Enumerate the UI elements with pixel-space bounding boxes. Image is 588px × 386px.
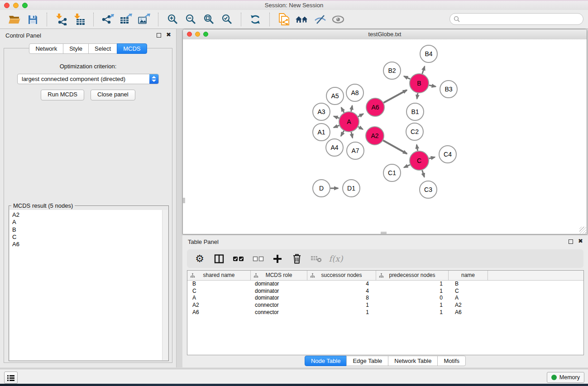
tab-network-table[interactable]: Network Table: [388, 356, 438, 366]
zoom-selected-icon[interactable]: [218, 12, 236, 27]
table-row[interactable]: Bdominator41B: [187, 281, 583, 288]
export-network-icon[interactable]: [99, 12, 117, 27]
zoom-in-icon[interactable]: [163, 12, 182, 27]
graph-edge[interactable]: [417, 93, 418, 99]
graph-edge[interactable]: [351, 132, 353, 138]
graph-node-C1[interactable]: C1: [383, 164, 401, 181]
search-input[interactable]: [462, 15, 583, 23]
zoom-out-icon[interactable]: [182, 12, 200, 27]
graph-node-A2[interactable]: A2: [366, 127, 384, 145]
function-builder-icon[interactable]: f(x): [330, 252, 342, 266]
graph-edge[interactable]: [422, 170, 425, 177]
import-network-icon[interactable]: [52, 12, 70, 27]
vertical-scroll-thumb[interactable]: [183, 198, 185, 203]
graph-node-B3[interactable]: B3: [440, 81, 457, 98]
graph-node-A3[interactable]: A3: [313, 103, 330, 120]
graph-edge[interactable]: [404, 76, 410, 79]
graph-node-A6[interactable]: A6: [366, 98, 384, 116]
run-mcds-button[interactable]: Run MCDS: [41, 90, 84, 100]
graph-node-A5[interactable]: A5: [326, 87, 344, 105]
graph-edge[interactable]: [429, 85, 436, 86]
import-table-icon[interactable]: [70, 12, 88, 27]
column-browser-icon[interactable]: [213, 252, 225, 266]
tab-node-table[interactable]: Node Table: [305, 356, 347, 366]
graph-edge[interactable]: [341, 108, 344, 113]
column-header-shared-name[interactable]: shared name: [187, 271, 251, 280]
close-panel-icon[interactable]: ✖: [166, 31, 171, 38]
select-all-checkboxes-icon[interactable]: [233, 252, 244, 266]
result-item[interactable]: A: [10, 219, 168, 226]
graph-edge[interactable]: [429, 157, 435, 158]
refresh-layout-icon[interactable]: [246, 12, 264, 27]
result-scrollbar[interactable]: [162, 210, 168, 360]
search-field[interactable]: [449, 13, 583, 25]
graph-edge[interactable]: [358, 114, 363, 117]
close-table-panel-icon[interactable]: ✖: [578, 238, 583, 245]
column-header-mcds-role[interactable]: MCDS role: [251, 271, 307, 280]
network-canvas[interactable]: AA1A2A3A4A5A6A7A8BB1B2B3B4CC1C2C3C4DD1: [183, 39, 587, 234]
graph-node-D1[interactable]: D1: [343, 180, 360, 197]
table-row[interactable]: A6connector11A6: [187, 309, 583, 316]
export-table-icon[interactable]: [117, 12, 135, 27]
export-image-icon[interactable]: [135, 12, 153, 27]
tab-edge-table[interactable]: Edge Table: [346, 356, 388, 366]
horizontal-scroll-thumb[interactable]: [381, 232, 387, 234]
column-header-successor-nodes[interactable]: successor nodes: [307, 271, 376, 280]
column-header-predecessor-nodes[interactable]: predecessor nodes: [376, 271, 449, 280]
mcds-result-list[interactable]: A2ABCA6: [10, 210, 168, 360]
graph-edge[interactable]: [334, 116, 339, 118]
graph-node-A1[interactable]: A1: [313, 124, 330, 141]
delete-table-icon[interactable]: [311, 252, 322, 266]
graph-edge[interactable]: [383, 90, 406, 103]
tab-select[interactable]: Select: [88, 43, 117, 54]
graph-node-D[interactable]: D: [313, 180, 330, 197]
graph-node-A7[interactable]: A7: [347, 142, 364, 159]
graph-edge[interactable]: [383, 140, 407, 154]
float-table-panel-icon[interactable]: [569, 239, 573, 244]
hide-graphics-details-icon[interactable]: [311, 12, 329, 27]
graph-edge[interactable]: [417, 145, 418, 151]
optimization-criterion-select[interactable]: largest connected component (directed): [17, 74, 159, 84]
settings-gear-icon[interactable]: ⚙: [194, 252, 206, 266]
graph-edge[interactable]: [404, 165, 410, 167]
graph-node-B[interactable]: B: [410, 74, 429, 93]
graph-node-A4[interactable]: A4: [326, 139, 343, 156]
graph-node-B4[interactable]: B4: [420, 45, 437, 62]
tab-mcds[interactable]: MCDS: [117, 43, 147, 54]
home-layout-icon[interactable]: [293, 12, 311, 27]
open-session-icon[interactable]: [5, 12, 24, 27]
network-window-titlebar[interactable]: testGlobe.txt: [183, 29, 587, 40]
zoom-fit-icon[interactable]: [200, 12, 218, 27]
network-from-file-icon[interactable]: [275, 12, 293, 27]
graph-edge[interactable]: [334, 125, 339, 128]
graph-node-A[interactable]: A: [339, 112, 359, 132]
tab-motifs[interactable]: Motifs: [437, 356, 466, 366]
deselect-all-checkboxes-icon[interactable]: [252, 252, 264, 266]
tab-network[interactable]: Network: [29, 43, 63, 54]
column-header-name[interactable]: name: [449, 271, 488, 280]
graph-edge[interactable]: [422, 67, 425, 74]
graph-edge[interactable]: [351, 105, 353, 111]
graph-node-C2[interactable]: C2: [406, 123, 423, 140]
task-history-button[interactable]: [4, 372, 18, 384]
graph-node-C[interactable]: C: [410, 151, 429, 170]
delete-column-icon[interactable]: [291, 252, 303, 266]
result-item[interactable]: C: [10, 234, 168, 241]
memory-button[interactable]: Memory: [547, 372, 584, 383]
result-item[interactable]: A2: [10, 211, 168, 219]
graph-node-C3[interactable]: C3: [420, 181, 437, 198]
tab-style[interactable]: Style: [63, 43, 89, 54]
add-column-icon[interactable]: [272, 252, 283, 266]
graph-node-B2[interactable]: B2: [383, 62, 401, 79]
save-session-icon[interactable]: [24, 12, 42, 27]
graph-node-A8[interactable]: A8: [346, 84, 363, 101]
result-item[interactable]: B: [10, 226, 168, 234]
show-graphics-details-icon[interactable]: [329, 12, 347, 27]
graph-node-B1[interactable]: B1: [406, 103, 424, 120]
table-row[interactable]: Adominator80A: [187, 295, 583, 302]
graph-node-C4[interactable]: C4: [439, 146, 456, 163]
resize-grip[interactable]: [579, 227, 586, 234]
table-row[interactable]: Cdominator41C: [187, 288, 583, 295]
graph-edge[interactable]: [341, 131, 344, 136]
graph-edge[interactable]: [358, 127, 363, 129]
